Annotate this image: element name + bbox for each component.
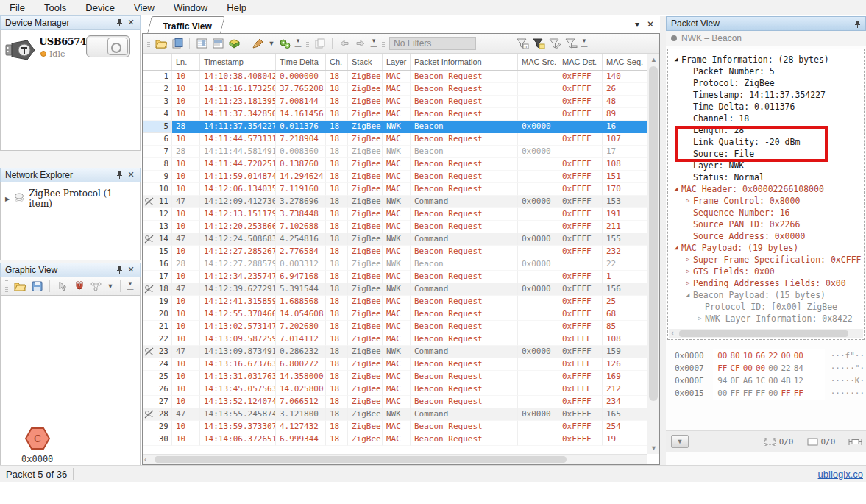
tree-line[interactable]: Protocol ID: [0x00] ZigBee bbox=[671, 301, 864, 313]
table-row[interactable]: 184714:12:39.6272915.39154418ZigBeeNWKCo… bbox=[143, 283, 647, 296]
capture-toggle[interactable] bbox=[86, 35, 130, 57]
tree-line[interactable]: ◢MAC Header: 0x00002266108000 bbox=[671, 183, 864, 195]
table-row[interactable]: 284714:13:55.2458743.12180018ZigBeeNWKCo… bbox=[143, 408, 647, 421]
tab-close-icon[interactable]: ✕ bbox=[647, 19, 654, 29]
table-row[interactable]: 131014:12:20.2538667.10268818ZigBeeMACBe… bbox=[143, 221, 647, 233]
save-layout-icon[interactable] bbox=[30, 280, 43, 293]
tree-line[interactable]: ◢Beacon Payload: (15 bytes) bbox=[671, 289, 864, 301]
tree-line[interactable]: ▷Frame Control: 0x8000 bbox=[671, 195, 864, 207]
coordinator-node[interactable]: C 0x0000 bbox=[21, 427, 53, 464]
pin-icon[interactable] bbox=[113, 265, 125, 275]
table-row[interactable]: 52814:11:37.3542270.01137618ZigBeeNWKBea… bbox=[143, 121, 647, 133]
process-gears-icon[interactable] bbox=[278, 37, 291, 50]
usb-dongle-icon[interactable] bbox=[5, 38, 38, 65]
graphic-view-canvas[interactable]: C 0x0000 bbox=[0, 296, 141, 477]
table-row[interactable]: 81014:11:44.7202510.13876018ZigBeeMACBea… bbox=[143, 158, 647, 171]
tree-expanded-icon[interactable]: ◢ bbox=[671, 183, 681, 195]
tree-horizontal-scrollbar[interactable]: ‹ bbox=[669, 329, 863, 338]
tree-line[interactable]: Timestamp: 14:11:37.354227 bbox=[671, 89, 864, 101]
table-row[interactable]: 271014:13:52.1240747.06651218ZigBeeMACBe… bbox=[143, 396, 647, 408]
tree-expanded-icon[interactable]: ◢ bbox=[671, 54, 681, 65]
hex-row[interactable]: 0x000000801066220000···f"·· bbox=[667, 349, 865, 362]
toolbar-overflow-icon[interactable]: ▾— bbox=[370, 38, 377, 49]
tree-line[interactable]: ◢MAC Payload: (19 bytes) bbox=[671, 242, 864, 254]
vertical-scrollbar[interactable]: ▲ ▼ bbox=[647, 54, 659, 454]
table-row[interactable]: 151014:12:27.2852672.77658418ZigBeeMACBe… bbox=[143, 246, 647, 258]
table-row[interactable]: 144714:12:24.5086834.25481618ZigBeeNWKCo… bbox=[143, 233, 647, 246]
tree-collapsed-icon[interactable]: ▷ bbox=[695, 313, 705, 324]
column-header-ch-[interactable]: Ch. bbox=[326, 54, 348, 70]
table-row[interactable]: 21014:11:16.17325037.76520818ZigBeeMACBe… bbox=[143, 83, 647, 96]
pane-splitter[interactable] bbox=[660, 16, 666, 465]
table-row[interactable]: 61014:11:44.5731317.21890418ZigBeeMACBea… bbox=[143, 133, 647, 146]
tree-line[interactable]: Channel: 18 bbox=[671, 113, 864, 124]
pin-icon[interactable] bbox=[113, 18, 125, 28]
table-row[interactable]: 201014:12:55.37046614.05460818ZigBeeMACB… bbox=[143, 308, 647, 321]
table-row[interactable]: 191014:12:41.3158591.68856818ZigBeeMACBe… bbox=[143, 296, 647, 308]
table-row[interactable]: 251014:13:31.03176314.35800018ZigBeeMACB… bbox=[143, 371, 647, 383]
magnet-icon[interactable] bbox=[73, 280, 86, 293]
export-package-icon[interactable] bbox=[227, 37, 241, 50]
column-header-ln-[interactable]: Ln. bbox=[172, 54, 200, 70]
table-row[interactable]: 261014:13:45.05756314.02580018ZigBeeMACB… bbox=[143, 383, 647, 396]
open-layout-icon[interactable] bbox=[13, 280, 26, 293]
tree-collapsed-icon[interactable]: ▷ bbox=[683, 254, 693, 266]
copy-packets-icon[interactable] bbox=[313, 37, 327, 50]
table-row[interactable]: 114714:12:09.4127303.27869618ZigBeeNWKCo… bbox=[143, 196, 647, 208]
tree-line[interactable]: ◢Frame Information: (28 bytes) bbox=[671, 54, 864, 65]
scroll-left-icon[interactable]: ‹ bbox=[144, 455, 146, 464]
tree-line[interactable]: ▷NWK Layer Information: 0x8422 bbox=[671, 313, 864, 324]
tree-expanded-icon[interactable]: ◢ bbox=[671, 242, 681, 254]
clear-dropdown-icon[interactable]: ▼ bbox=[268, 40, 275, 46]
horizontal-scrollbar[interactable]: ‹ bbox=[143, 454, 647, 464]
table-row[interactable]: 171014:12:34.2357476.94716818ZigBeeMACBe… bbox=[143, 271, 647, 283]
hex-row[interactable]: 0x001500FFFFFF00FFFF······· bbox=[667, 387, 865, 400]
column-header-stack[interactable]: Stack bbox=[348, 54, 383, 70]
column-header-time-delta[interactable]: Time Delta bbox=[276, 54, 326, 70]
tree-line[interactable]: Source PAN ID: 0x2266 bbox=[671, 219, 864, 230]
filter-remove-icon[interactable] bbox=[564, 37, 578, 50]
table-row[interactable]: 301014:14:06.3726516.99934418ZigBeeMACBe… bbox=[143, 433, 647, 446]
column-header-mac-src-[interactable]: MAC Src. bbox=[518, 54, 558, 70]
table-row[interactable]: 31014:11:23.1813957.00814418ZigBeeMACBea… bbox=[143, 96, 647, 108]
dropdown-arrow-icon[interactable]: ▼ bbox=[107, 283, 114, 289]
packet-detail-view-icon[interactable] bbox=[211, 37, 224, 50]
scroll-left-icon[interactable]: ‹ bbox=[670, 329, 675, 338]
topology-icon[interactable] bbox=[90, 280, 103, 293]
filter-input[interactable]: No Filters bbox=[389, 37, 476, 50]
menu-item-help[interactable]: Help bbox=[217, 1, 256, 15]
tree-collapsed-icon[interactable]: ▷ bbox=[683, 195, 693, 207]
toolbar-overflow-icon[interactable]: ▾— bbox=[127, 280, 134, 292]
hex-row[interactable]: 0x0007FFCF0000002284·····"· bbox=[667, 362, 865, 375]
tree-line[interactable]: Packet Number: 5 bbox=[671, 65, 864, 77]
ubilogix-link[interactable]: ubilogix.co bbox=[818, 469, 866, 480]
menu-item-file[interactable]: File bbox=[0, 1, 35, 15]
open-capture-icon[interactable] bbox=[155, 37, 168, 50]
expander-icon[interactable]: ▶ bbox=[5, 196, 10, 202]
pin-icon[interactable] bbox=[113, 170, 125, 180]
close-icon[interactable]: ✕ bbox=[125, 265, 137, 275]
pin-icon[interactable] bbox=[854, 19, 861, 29]
table-row[interactable]: 162814:12:27.2885790.00331218ZigBeeNWKBe… bbox=[143, 258, 647, 271]
tree-line[interactable]: Sequence Number: 16 bbox=[671, 207, 864, 219]
scrollbar-thumb[interactable] bbox=[679, 330, 848, 337]
table-row[interactable]: 11014:10:38.4080420.00000018ZigBeeMACBea… bbox=[143, 71, 647, 83]
scrollbar-thumb[interactable] bbox=[155, 456, 567, 463]
menu-item-window[interactable]: Window bbox=[164, 1, 217, 15]
tab-list-dropdown-icon[interactable]: ▾ bbox=[635, 19, 639, 29]
tree-line[interactable]: Link Quality: -20 dBm bbox=[671, 136, 864, 148]
toolbar-overflow-icon[interactable]: ▾— bbox=[581, 38, 588, 49]
table-row[interactable]: 121014:12:13.1511793.73844818ZigBeeMACBe… bbox=[143, 208, 647, 221]
tree-line[interactable]: Source: File bbox=[671, 148, 864, 160]
close-icon[interactable]: ✕ bbox=[125, 170, 137, 180]
filter-n-icon[interactable]: n bbox=[516, 37, 529, 50]
tree-line[interactable]: ▷Super Frame Specification: 0xCFFF bbox=[671, 254, 864, 266]
table-row[interactable]: 72814:11:44.5814910.00836018ZigBeeNWKBea… bbox=[143, 146, 647, 158]
packet-list-view-icon[interactable] bbox=[195, 37, 208, 50]
scroll-down-icon[interactable]: ▼ bbox=[647, 443, 660, 454]
tree-line[interactable]: Layer: NWK bbox=[671, 160, 864, 171]
column-header-mac-dst-[interactable]: MAC Dst. bbox=[558, 54, 603, 70]
filter-pencil-icon[interactable] bbox=[548, 37, 561, 50]
table-row[interactable]: 41014:11:37.34285014.16145618ZigBeeMACBe… bbox=[143, 108, 647, 121]
next-packet-icon[interactable] bbox=[354, 37, 367, 50]
